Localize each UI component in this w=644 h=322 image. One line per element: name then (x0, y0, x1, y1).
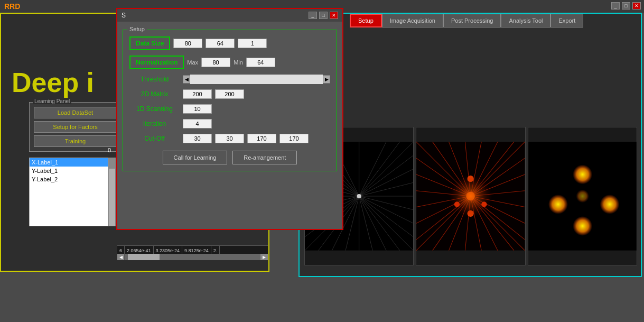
cutoff-input3[interactable] (247, 134, 276, 143)
modal-controls: _ □ ✕ (309, 12, 338, 19)
h-scrollbar[interactable] (117, 254, 268, 260)
matrix-2d-label: 2D Matrix (129, 90, 180, 98)
modal-titlebar: S _ □ ✕ (117, 9, 342, 22)
svg-rect-66 (416, 142, 525, 250)
learning-panel: Load DataSet Setup for Factors Training (29, 102, 122, 152)
normalization-btn[interactable]: Normalization (129, 56, 184, 69)
tab-image-acquisition[interactable]: Image Acquisition (382, 14, 443, 27)
cutoff-input4[interactable] (279, 134, 309, 143)
data-size-btn[interactable]: Data Size (129, 36, 170, 50)
action-buttons-row: Call for Learning Re-arrangement (129, 151, 330, 164)
zero-label: 0 (108, 147, 111, 153)
iteration-input[interactable] (183, 119, 212, 128)
call-learning-btn[interactable]: Call for Learning (163, 151, 228, 164)
image-frame-3 (528, 127, 637, 265)
right-panel: Setup Image Acquisition Post Processing … (298, 13, 642, 277)
labels-list[interactable]: X-Label_1 Y-Label_1 Y-Label_2 (29, 158, 108, 226)
app-logo: RRD (4, 2, 20, 11)
data-size-input2[interactable] (206, 39, 235, 48)
threshold-row: Threshold ◀ ▶ (129, 75, 330, 84)
main-app: RRD _ □ ✕ Deep i Learning Panel Load Dat… (0, 0, 644, 322)
list-item-ylabel1[interactable]: Y-Label_1 (30, 167, 108, 175)
matrix-2d-row: 2D Matrix (129, 89, 330, 99)
tab-export[interactable]: Export (550, 14, 583, 27)
data-size-input1[interactable] (173, 39, 202, 48)
iteration-row: Iteration (129, 119, 330, 128)
modal-minimize-btn[interactable]: _ (309, 12, 317, 19)
max-label: Max (187, 59, 198, 66)
tab-analysis-tool[interactable]: Analysis Tool (501, 14, 550, 27)
scanning-1d-row: 1D Scanning (129, 104, 330, 114)
slider-left-arrow[interactable]: ◀ (183, 75, 190, 84)
threshold-slider-container[interactable]: ◀ ▶ (183, 75, 330, 84)
svg-point-68 (573, 164, 592, 184)
svg-point-69 (573, 216, 592, 236)
app-maximize-btn[interactable]: □ (622, 2, 630, 10)
images-area (302, 125, 639, 268)
cutoff-input1[interactable] (183, 134, 212, 143)
min-label: Min (234, 59, 243, 66)
cutoff-label: Cut-Off (129, 135, 180, 142)
tab-post-processing[interactable]: Post Processing (443, 14, 501, 27)
scanning-input[interactable] (183, 104, 212, 114)
matrix-input1[interactable] (183, 89, 212, 99)
iteration-label: Iteration (129, 120, 180, 127)
tab-setup[interactable]: Setup (350, 14, 382, 27)
training-btn[interactable]: Training (34, 135, 117, 147)
setup-group: Setup Data Size Normalization Max Min (123, 30, 337, 171)
svg-point-31 (357, 194, 361, 198)
setup-factors-btn[interactable]: Setup for Factors (34, 121, 117, 133)
load-dataset-btn[interactable]: Load DataSet (34, 107, 117, 118)
setup-group-label: Setup (127, 26, 147, 32)
norm-min-input[interactable] (246, 58, 275, 67)
slider-right-arrow[interactable]: ▶ (323, 75, 330, 84)
threshold-label: Threshold (129, 76, 180, 83)
cutoff-input2[interactable] (215, 134, 244, 143)
norm-max-input[interactable] (201, 58, 230, 67)
app-close-btn[interactable]: ✕ (632, 2, 641, 10)
modal-title: S (122, 12, 126, 19)
tabs-bar: Setup Image Acquisition Post Processing … (350, 14, 583, 27)
slider-track[interactable] (190, 75, 323, 84)
app-top-controls: _ □ ✕ (611, 2, 641, 10)
list-scrollbar[interactable] (108, 158, 116, 226)
data-size-row: Data Size (129, 36, 330, 50)
scroll-left-btn[interactable]: ◀ (117, 254, 125, 260)
image-frame-2 (416, 127, 525, 265)
data-size-input3[interactable] (238, 39, 267, 48)
matrix-input2[interactable] (215, 89, 244, 99)
cutoff-row: Cut-Off (129, 134, 330, 143)
svg-point-70 (548, 195, 568, 214)
modal-body: Setup Data Size Normalization Max Min (117, 22, 342, 177)
learning-panel-label: Learning Panel (33, 98, 71, 104)
list-item-xlabel1[interactable]: X-Label_1 (30, 158, 108, 167)
deep-title: Deep i (12, 67, 94, 98)
svg-point-71 (600, 195, 619, 214)
modal-dialog: S _ □ ✕ Setup Data Size Normali (116, 8, 343, 230)
modal-close-btn[interactable]: ✕ (330, 12, 338, 19)
app-minimize-btn[interactable]: _ (611, 2, 620, 10)
rearrangement-btn[interactable]: Re-arrangement (232, 151, 297, 164)
scanning-1d-label: 1D Scanning (129, 105, 180, 113)
scroll-right-btn[interactable]: ▶ (260, 254, 268, 260)
svg-point-72 (576, 190, 589, 203)
modal-maximize-btn[interactable]: □ (319, 12, 328, 19)
list-item-ylabel2[interactable]: Y-Label_2 (30, 175, 108, 183)
normalization-row: Normalization Max Min (129, 56, 330, 69)
